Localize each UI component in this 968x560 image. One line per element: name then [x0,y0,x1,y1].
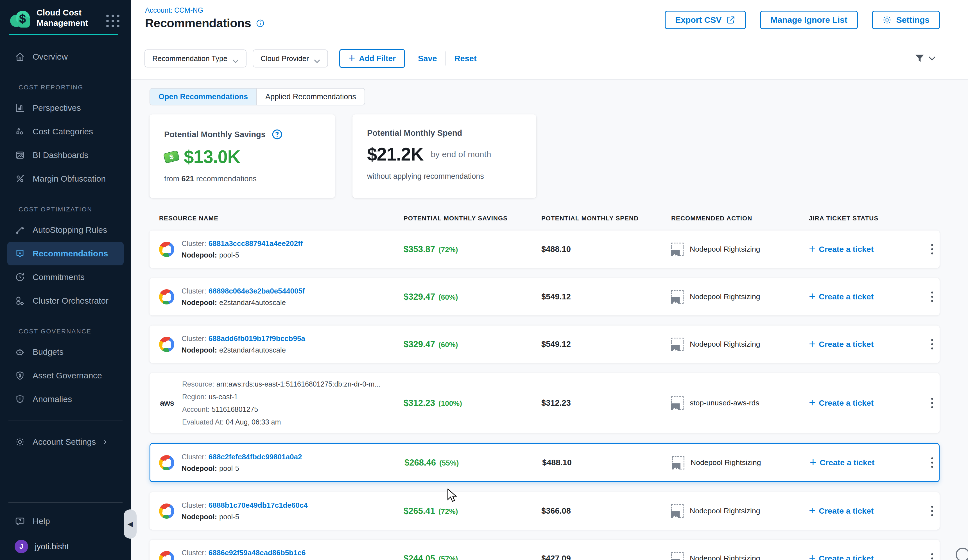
dashboard-image-icon [15,150,25,161]
table-row[interactable]: Cluster:6881a3ccc887941a4ee202ff Nodepoo… [149,230,940,268]
page-header: Account: CCM-NG Recommendations Export C… [131,0,968,80]
action-label: Nodepool Rightsizing [691,458,761,467]
sidebar-item-cost-categories[interactable]: Cost Categories [0,120,131,143]
add-filter-button[interactable]: + Add Filter [339,49,405,68]
sidebar-item-cluster-orchestrator[interactable]: Cluster Orchestrator [0,289,131,313]
create-ticket-button[interactable]: +Create a ticket [809,292,925,302]
chevron-right-icon [101,438,108,446]
create-ticket-button[interactable]: +Create a ticket [810,458,926,468]
breadcrumb-account[interactable]: Account: CCM-NG [145,6,203,14]
spend-amount: $488.10 [541,245,671,254]
table-row[interactable]: Cluster:6886e92f59a48cad86b5b1c6 Nodepoo… [149,540,940,560]
row-menu-button[interactable] [925,550,940,560]
cluster-link[interactable]: 68898c064e3e2ba0e544005f [209,287,305,295]
cluster-link[interactable]: 6881a3ccc887941a4ee202ff [209,239,303,248]
cloud-provider-dropdown[interactable]: Cloud Provider [253,50,328,68]
gcp-icon [159,337,174,352]
table-row[interactable]: aws Resource:arn:aws:rds:us-east-1:51161… [149,373,940,433]
support-chat-icon[interactable] [956,548,968,560]
row-menu-button[interactable] [925,241,940,257]
manage-ignore-list-button[interactable]: Manage Ignore List [760,11,857,29]
row-menu-button[interactable] [925,336,940,352]
cluster-link[interactable]: 6888b1c70e49db17c1de60c4 [209,501,308,509]
filter-bar: Recommendation Type Cloud Provider + Add… [144,49,477,68]
sidebar-item-margin-obfuscation[interactable]: Margin Obfuscation [0,167,131,191]
section-cost-governance: COST GOVERNANCE [0,325,131,338]
shapes-icon [15,126,25,137]
tab-applied-recommendations[interactable]: Applied Recommendations [257,89,365,105]
funnel-icon [914,53,925,64]
table-header: RESOURCE NAME POTENTIAL MONTHLY SAVINGS … [149,215,940,222]
sidebar-item-anomalies[interactable]: Anomalies [0,388,131,411]
sidebar-item-budgets[interactable]: Budgets [0,340,131,364]
cloud-cost-logo-icon: $ [8,10,30,26]
create-ticket-button[interactable]: +Create a ticket [809,339,925,350]
sidebar-item-perspectives[interactable]: Perspectives [0,96,131,120]
filter-panel-toggle[interactable] [914,53,935,64]
summary-cards: Potential Monthly Savings $ $13.0K from … [149,114,968,198]
plus-icon: + [809,505,816,516]
kebab-icon [928,241,936,257]
settings-button[interactable]: Settings [872,11,940,29]
sidebar-item-asset-governance[interactable]: Asset Governance [0,364,131,388]
tab-open-recommendations[interactable]: Open Recommendations [150,89,257,105]
action-label: Nodepool Rightsizing [690,340,760,349]
sidebar-item-commitments[interactable]: Commitments [0,265,131,289]
cluster-link[interactable]: 6886e92f59a48cad86b5b1c6 [209,548,306,557]
page-title: Recommendations [145,16,251,30]
help-chat-icon [15,516,25,527]
sidebar-item-autostopping[interactable]: AutoStopping Rules [0,218,131,242]
gcp-icon [159,455,174,471]
spend-amount: $427.09 [541,554,671,560]
row-menu-button[interactable] [925,503,940,519]
money-icon: $ [163,150,180,164]
cluster-link[interactable]: 688add6fb019b17f9bccb95a [209,334,305,343]
create-ticket-button[interactable]: +Create a ticket [809,506,925,516]
plus-icon: + [809,338,816,350]
table-row[interactable]: Cluster:6888b1c70e49db17c1de60c4 Nodepoo… [149,492,940,530]
spend-note: by end of month [431,149,491,159]
create-ticket-button[interactable]: +Create a ticket [809,398,925,408]
table-row[interactable]: Cluster:68898c064e3e2ba0e544005f Nodepoo… [149,278,940,315]
recommendation-type-dropdown[interactable]: Recommendation Type [144,50,247,68]
plus-icon: + [809,552,816,560]
sidebar-item-overview[interactable]: Overview [0,45,131,69]
spend-amount: $366.08 [541,506,671,515]
question-icon[interactable] [271,128,283,140]
action-label: Nodepool Rightsizing [690,507,760,515]
row-menu-button[interactable] [925,289,940,305]
table-row-selected[interactable]: Cluster:688c2fefc84fbdc99801a0a2 Nodepoo… [149,443,940,482]
save-filter-button[interactable]: Save [418,54,437,63]
reset-filter-button[interactable]: Reset [454,54,477,63]
chevron-down-icon [929,56,935,61]
sidebar-collapse-handle[interactable]: ◀ [124,509,137,538]
sidebar-item-account-settings[interactable]: Account Settings [0,430,131,454]
gcp-icon [159,289,174,305]
savings-percent: (72%) [438,507,458,516]
module-grid-icon[interactable] [106,15,120,27]
shield-dollar-icon [15,370,25,381]
header-actions: Export CSV Manage Ignore List Settings [665,11,940,29]
savings-percent: (60%) [438,340,458,349]
cluster-link[interactable]: 688c2fefc84fbdc99801a0a2 [209,452,302,461]
sidebar-item-help[interactable]: Help [0,509,131,533]
row-menu-button[interactable] [926,455,939,471]
create-ticket-button[interactable]: +Create a ticket [809,244,925,254]
col-potential-spend: POTENTIAL MONTHLY SPEND [541,215,671,222]
create-ticket-button[interactable]: +Create a ticket [809,553,925,560]
export-csv-button[interactable]: Export CSV [665,11,746,29]
plus-icon: + [348,52,355,63]
plus-icon: + [810,457,816,468]
potential-savings-card: Potential Monthly Savings $ $13.0K from … [149,114,335,198]
piggy-bank-icon [15,346,25,357]
sidebar-item-bi-dashboards[interactable]: BI Dashboards [0,143,131,167]
col-recommended-action: RECOMMENDED ACTION [671,215,809,222]
sidebar-footer: Help J jyoti.bisht [0,492,131,560]
table-row[interactable]: Cluster:688add6fb019b17f9bccb95a Nodepoo… [149,326,940,363]
user-account-row[interactable]: J jyoti.bisht [0,533,131,560]
sidebar-item-recommendations[interactable]: Recommendations [7,242,124,265]
shield-alert-icon [15,394,25,404]
info-icon[interactable] [255,18,265,28]
savings-percent: (72%) [438,245,458,254]
row-menu-button[interactable] [925,395,940,411]
